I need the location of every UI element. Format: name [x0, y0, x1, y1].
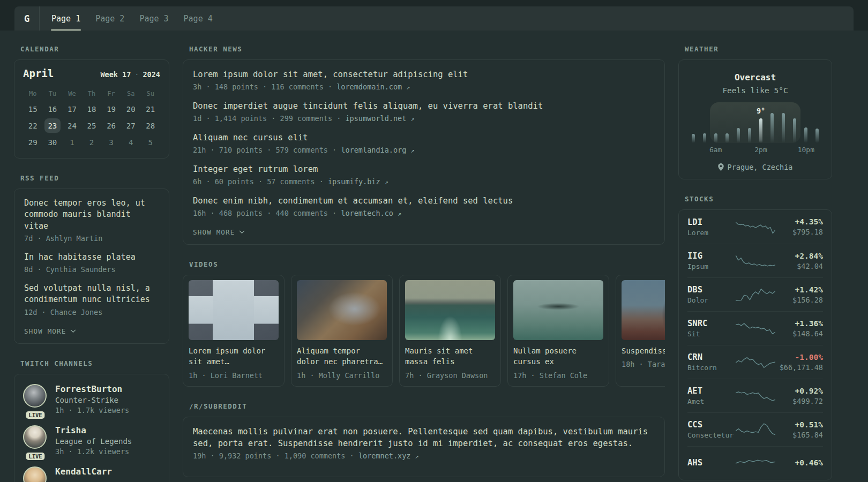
stock-row[interactable]: DBS Dolor +1.42% $156.28: [687, 277, 823, 311]
video-card[interactable]: Aliquam tempor dolor nec pharetra… 1h · …: [291, 275, 393, 387]
post-domain-link[interactable]: ipsumworld.net ↗: [345, 114, 414, 123]
video-title[interactable]: Aliquam tempor dolor nec pharetra…: [297, 345, 387, 367]
video-thumbnail[interactable]: [622, 280, 665, 340]
daylight-highlight: [710, 102, 800, 143]
rss-title[interactable]: Donec tempor eros leo, ut commodo mauris…: [24, 198, 159, 232]
calendar-day: 23: [44, 118, 61, 133]
stock-name: Ipsum: [687, 262, 736, 270]
post-domain-link[interactable]: loremnet.xyz ↗: [358, 451, 419, 460]
stock-row[interactable]: SNRC Sit +1.36% $148.64: [687, 311, 823, 345]
nav-tab[interactable]: Page 1: [44, 6, 88, 31]
video-thumbnail[interactable]: [513, 280, 603, 340]
stock-name: Bitcorn: [687, 364, 736, 372]
post-meta-text: 19h · 9,932 points · 1,090 comments ·: [193, 451, 354, 460]
post-title[interactable]: Maecenas mollis pulvinar erat non posuer…: [193, 426, 655, 449]
videos-row: Lorem ipsum dolor sit amet consectetu… 1…: [183, 275, 665, 387]
video-thumbnail[interactable]: [405, 280, 495, 340]
weather-chart: 9°: [687, 102, 823, 143]
video-title[interactable]: Suspendisse diam: [622, 345, 665, 356]
calendar-day: 19: [101, 101, 121, 117]
post-domain-link[interactable]: loremlandia.org ↗: [341, 146, 414, 154]
stock-price: $156.28: [775, 296, 824, 304]
stock-name: Sit: [687, 330, 736, 338]
post-meta: 3h · 148 points · 116 comments · loremdo…: [193, 82, 655, 91]
stock-symbol: DBS: [687, 285, 736, 295]
twitch-channel-row[interactable]: LIVE KendallCarr: [23, 466, 160, 482]
stocks-heading: STOCKS: [685, 195, 832, 203]
weather-card: Overcast Feels like 5°C 9° 6am2pm10pm Pr…: [678, 59, 832, 179]
video-thumbnail[interactable]: [189, 280, 279, 340]
post-title[interactable]: Donec enim nibh, condimentum et accumsan…: [193, 195, 655, 207]
calendar-grid: 1516171819202122232425262728293012345: [23, 101, 160, 150]
app-logo[interactable]: G: [14, 6, 40, 31]
stock-id: LDI Lorem: [687, 217, 736, 237]
twitch-channel-name[interactable]: ForrestBurton: [55, 384, 129, 394]
twitch-channel-name[interactable]: Trisha: [55, 425, 132, 435]
video-title[interactable]: Mauris sit amet massa felis: [405, 345, 495, 367]
temp-bar: [737, 128, 740, 143]
post-domain-link[interactable]: ipsumify.biz ↗: [328, 177, 388, 186]
twitch-viewers: 1h · 1.7k viewers: [55, 406, 129, 415]
video-card[interactable]: Mauris sit amet massa felis 7h · Grayson…: [399, 275, 501, 387]
stock-values: +0.51% $165.84: [775, 420, 824, 439]
temp-peak-label: 9°: [757, 107, 765, 115]
nav-tab[interactable]: Page 2: [88, 6, 132, 31]
rss-show-more-button[interactable]: SHOW MORE: [24, 327, 76, 335]
video-title[interactable]: Nullam posuere cursus ex: [513, 345, 603, 367]
post-domain-link[interactable]: loremtech.co ↗: [341, 209, 401, 217]
post-title[interactable]: Lorem ipsum dolor sit amet, consectetur …: [193, 69, 655, 80]
post-domain: loremtech.co: [341, 209, 393, 217]
post-domain-link[interactable]: loremdomain.com ↗: [336, 82, 410, 91]
video-card[interactable]: Suspendisse diam 18h · Tara: [616, 275, 665, 387]
video-card[interactable]: Nullam posuere cursus ex 17h · Stefan Co…: [507, 275, 609, 387]
twitch-channel-name[interactable]: KendallCarr: [55, 466, 112, 477]
calendar-day: 21: [140, 101, 160, 117]
stock-row[interactable]: CCS Consectetur +0.51% $165.84: [687, 412, 823, 446]
temp-bar: [759, 118, 762, 143]
subreddit-heading: /R/SUBREDDIT: [189, 402, 665, 410]
video-card[interactable]: Lorem ipsum dolor sit amet consectetu… 1…: [183, 275, 285, 387]
stock-sparkline: [736, 420, 775, 439]
calendar-card: April Week 17·2024 MoTuWeThFrSaSu 151617…: [14, 59, 169, 159]
twitch-channel-row[interactable]: LIVE ForrestBurton Counter-Strike 1h · 1…: [23, 384, 160, 415]
temp-bar: [748, 128, 751, 143]
nav-tab[interactable]: Page 3: [132, 6, 176, 31]
nav-tab[interactable]: Page 4: [176, 6, 220, 31]
avatar: [23, 384, 47, 408]
videos-widget: VIDEOS Lorem ipsum dolor sit amet consec…: [183, 260, 665, 387]
stock-id: DBS Dolor: [687, 285, 736, 304]
stock-row[interactable]: LDI Lorem +4.35% $795.18: [687, 210, 823, 244]
video-thumbnail[interactable]: [297, 280, 387, 340]
external-link-icon: ↗: [406, 84, 410, 91]
calendar-year: 2024: [143, 70, 160, 79]
twitch-game: League of Legends: [55, 437, 132, 446]
weekday-row: MoTuWeThFrSaSu: [23, 87, 160, 101]
post-title[interactable]: Aliquam nec cursus elit: [193, 132, 655, 144]
hackernews-show-more-button[interactable]: SHOW MORE: [193, 228, 245, 236]
calendar-day: 15: [23, 101, 43, 117]
stock-price: $42.04: [775, 262, 824, 270]
rss-title[interactable]: Sed volutpat nulla nisl, a condimentum n…: [24, 283, 159, 306]
stock-row[interactable]: AHS +0.46%: [687, 446, 823, 480]
stock-symbol: CCS: [687, 420, 736, 430]
page-tabs: Page 1Page 2Page 3Page 4: [40, 6, 220, 31]
video-meta: 1h · Lori Barnett: [189, 371, 279, 380]
stock-row[interactable]: AET Amet +0.92% $499.72: [687, 379, 823, 412]
twitch-avatar-wrap: LIVE: [23, 425, 48, 456]
rss-title[interactable]: In hac habitasse platea: [24, 252, 159, 263]
stock-symbol: SNRC: [687, 319, 736, 328]
video-title[interactable]: Lorem ipsum dolor sit amet consectetu…: [189, 345, 279, 367]
weekday-label: Tu: [43, 87, 63, 101]
stock-row[interactable]: CRN Bitcorn -1.00% $66,171.48: [687, 345, 823, 379]
calendar-day: 17: [62, 101, 82, 117]
stock-change: +0.51%: [775, 420, 824, 429]
post-meta: 19h · 9,932 points · 1,090 comments · lo…: [193, 451, 655, 460]
post-domain: ipsumify.biz: [328, 177, 380, 186]
stock-row[interactable]: IIG Ipsum +2.84% $42.04: [687, 244, 823, 277]
post-title[interactable]: Integer eget rutrum lorem: [193, 163, 655, 175]
dashboard-content: CALENDAR April Week 17·2024 MoTuWeThFrSa…: [0, 31, 868, 482]
twitch-channel-row[interactable]: LIVE Trisha League of Legends 3h · 1.2k …: [23, 425, 160, 456]
stock-sparkline: [736, 217, 775, 237]
rss-meta: 8d · Cynthia Saunders: [24, 265, 159, 274]
post-title[interactable]: Donec imperdiet augue tincidunt felis al…: [193, 100, 655, 112]
